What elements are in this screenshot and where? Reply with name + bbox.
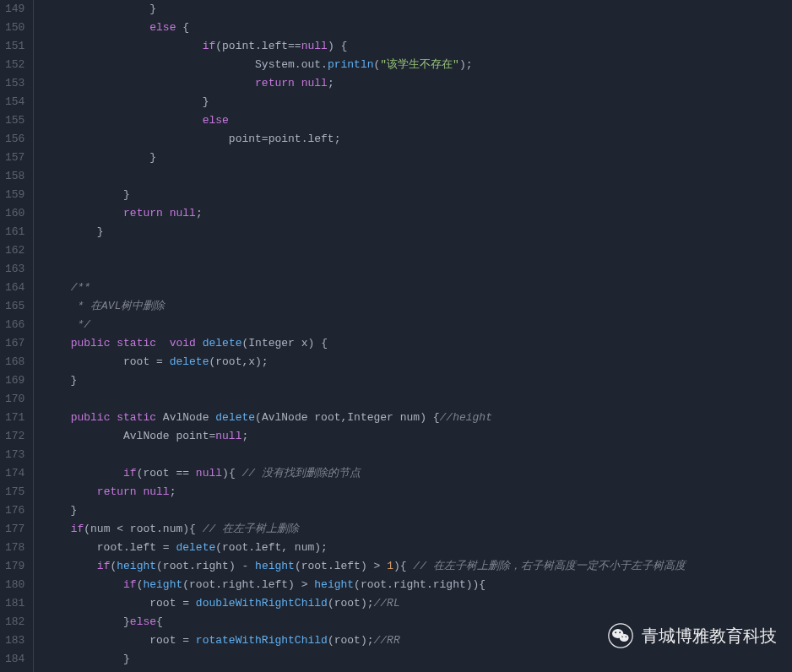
code-line[interactable]: */ xyxy=(44,316,792,334)
code-line[interactable]: * 在AVL树中删除 xyxy=(44,297,792,316)
line-number: 169 xyxy=(5,371,24,390)
code-line[interactable]: if(height(root.right.left) > height(root… xyxy=(44,576,792,594)
line-number: 161 xyxy=(5,223,24,241)
code-line[interactable]: else { xyxy=(44,19,792,37)
line-number: 179 xyxy=(5,557,24,576)
line-number: 157 xyxy=(5,149,24,167)
code-line[interactable]: } xyxy=(44,186,792,204)
code-line[interactable]: root.left = delete(root.left, num); xyxy=(44,539,792,557)
line-number: 154 xyxy=(5,93,24,111)
code-editor[interactable]: 1491501511521531541551561571581591601611… xyxy=(0,0,792,672)
line-number: 150 xyxy=(5,19,24,37)
code-line[interactable] xyxy=(44,167,792,186)
code-line[interactable]: } xyxy=(44,501,792,520)
line-number: 180 xyxy=(5,576,24,594)
line-number: 160 xyxy=(5,204,24,223)
line-number: 167 xyxy=(5,334,24,353)
code-line[interactable]: } xyxy=(44,93,792,111)
code-line[interactable]: AvlNode point=null; xyxy=(44,427,792,446)
code-line[interactable]: System.out.println("该学生不存在"); xyxy=(44,56,792,74)
code-line[interactable]: return null; xyxy=(44,483,792,501)
line-number: 159 xyxy=(5,186,24,204)
code-line[interactable]: } xyxy=(44,223,792,241)
line-number: 163 xyxy=(5,260,24,279)
line-number: 168 xyxy=(5,353,24,371)
line-number: 173 xyxy=(5,446,24,464)
watermark-text: 青城博雅教育科技 xyxy=(642,625,777,648)
line-number: 165 xyxy=(5,297,24,316)
line-number: 158 xyxy=(5,167,24,186)
line-number: 164 xyxy=(5,279,24,297)
code-line[interactable]: return null; xyxy=(44,74,792,93)
line-number-gutter: 1491501511521531541551561571581591601611… xyxy=(0,0,34,672)
code-line[interactable]: /** xyxy=(44,279,792,297)
watermark: 青城博雅教育科技 xyxy=(608,623,777,648)
line-number: 177 xyxy=(5,520,24,539)
code-line[interactable] xyxy=(44,390,792,409)
code-line[interactable]: public static AvlNode delete(AvlNode roo… xyxy=(44,409,792,427)
line-number: 152 xyxy=(5,56,24,74)
wechat-icon xyxy=(608,623,633,648)
line-number: 156 xyxy=(5,130,24,149)
code-line[interactable]: } xyxy=(44,650,792,669)
line-number: 170 xyxy=(5,390,24,409)
code-line[interactable]: return null; xyxy=(44,204,792,223)
code-line[interactable]: public static void delete(Integer x) { xyxy=(44,334,792,353)
line-number: 162 xyxy=(5,241,24,260)
line-number: 175 xyxy=(5,483,24,501)
line-number: 183 xyxy=(5,631,24,650)
code-line[interactable]: point=point.left; xyxy=(44,130,792,149)
line-number: 155 xyxy=(5,111,24,130)
line-number: 182 xyxy=(5,613,24,631)
svg-point-5 xyxy=(621,637,623,638)
svg-point-3 xyxy=(615,631,616,633)
line-number: 181 xyxy=(5,594,24,613)
line-number: 166 xyxy=(5,316,24,334)
code-line[interactable]: if(root == null){ // 没有找到删除的节点 xyxy=(44,464,792,483)
code-line[interactable]: if(height(root.right) - height(root.left… xyxy=(44,557,792,576)
line-number: 149 xyxy=(5,0,24,19)
svg-point-6 xyxy=(626,637,627,638)
code-line[interactable] xyxy=(44,446,792,464)
code-line[interactable] xyxy=(44,260,792,279)
code-line[interactable]: } xyxy=(44,371,792,390)
svg-point-4 xyxy=(619,631,621,633)
code-line[interactable]: if(num < root.num){ // 在左子树上删除 xyxy=(44,520,792,539)
line-number: 174 xyxy=(5,464,24,483)
code-line[interactable] xyxy=(44,241,792,260)
line-number: 153 xyxy=(5,74,24,93)
line-number: 176 xyxy=(5,501,24,520)
code-line[interactable]: root = delete(root,x); xyxy=(44,353,792,371)
code-line[interactable]: } xyxy=(44,0,792,19)
code-line[interactable]: } xyxy=(44,149,792,167)
line-number: 172 xyxy=(5,427,24,446)
line-number: 184 xyxy=(5,650,24,669)
line-number: 151 xyxy=(5,37,24,56)
code-line[interactable]: else xyxy=(44,111,792,130)
code-content[interactable]: } else { if(point.left==null) { System.o… xyxy=(34,0,792,672)
svg-point-2 xyxy=(620,634,629,642)
code-line[interactable]: root = doubleWithRightChild(root);//RL xyxy=(44,594,792,613)
code-line[interactable]: if(point.left==null) { xyxy=(44,37,792,56)
line-number: 178 xyxy=(5,539,24,557)
line-number: 171 xyxy=(5,409,24,427)
